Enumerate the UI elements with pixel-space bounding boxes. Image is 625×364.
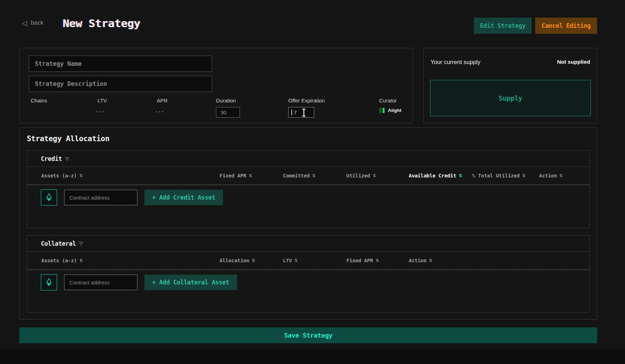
column-header-fixed-apr[interactable]: Fixed APR⇅ (346, 258, 409, 263)
credit-contract-address-input[interactable] (64, 190, 137, 205)
credit-add-asset-row: + Add Credit Asset (27, 185, 589, 206)
eth-token-selector[interactable] (41, 274, 57, 290)
apr-label: APR (155, 98, 168, 103)
strategy-name-input[interactable] (29, 56, 212, 72)
collateral-section-header[interactable]: Collateral ▽ (27, 236, 589, 252)
column-header-committed[interactable]: Committed⇅ (283, 173, 346, 178)
column-header-assets[interactable]: Assets (a-z)⇅ (41, 258, 219, 263)
sort-icon: ⇅ (294, 258, 298, 263)
collateral-header-label: Collateral (41, 240, 76, 247)
collateral-contract-address-input[interactable] (64, 275, 137, 290)
curator-label: Curator (379, 98, 401, 103)
sort-icon: ⇅ (252, 258, 255, 263)
sort-icon: ⇅ (522, 173, 526, 178)
eth-token-selector[interactable] (41, 189, 57, 206)
column-header-fixed-apr[interactable]: Fixed APR⇅ (219, 173, 283, 178)
strategy-description-input[interactable] (29, 76, 212, 92)
apr-value: --- (155, 108, 168, 115)
collapse-triangle-icon: ▽ (66, 156, 69, 161)
offer-expiration-field: Offer Expiration (288, 98, 325, 118)
allocation-title: Strategy Allocation (27, 134, 110, 143)
cancel-editing-button[interactable]: Cancel Editing (535, 18, 597, 34)
strategy-allocation-panel: Strategy Allocation Credit ▽ Assets (a-z… (19, 127, 597, 320)
column-header-available-credit[interactable]: Available Credit⇅ (409, 173, 472, 178)
sort-icon-active: ⇅ (459, 173, 462, 178)
i-beam-cursor-icon (301, 108, 307, 117)
curator-name: Aiight (388, 108, 401, 113)
supply-panel-title: Your current supply (431, 59, 481, 65)
supply-status-badge: Not supplied (557, 59, 590, 65)
add-collateral-asset-button[interactable]: + Add Collateral Asset (144, 275, 237, 290)
sort-icon: ⇅ (79, 258, 83, 263)
ltv-label: LTV (95, 98, 107, 103)
save-strategy-button[interactable]: Save Strategy (19, 327, 597, 343)
column-header-action[interactable]: Action⇅ (409, 258, 589, 263)
sort-icon: ⇅ (79, 173, 83, 178)
text-caret (291, 109, 292, 115)
new-strategy-page: ◁ back New Strategy Edit Strategy Cancel… (0, 0, 625, 364)
duration-label: Duration (216, 98, 240, 103)
ethereum-icon (44, 278, 54, 287)
collateral-add-asset-row: + Add Collateral Asset (27, 270, 589, 290)
back-label: back (31, 19, 43, 26)
sort-icon: ⇅ (249, 173, 252, 178)
back-arrow-icon: ◁ (22, 19, 27, 26)
bottom-strip (0, 350, 625, 364)
curator-logo-icon (379, 107, 385, 113)
credit-header-label: Credit (41, 155, 62, 162)
back-button[interactable]: ◁ back (22, 19, 43, 26)
sort-icon: ⇅ (429, 258, 433, 263)
duration-input[interactable] (216, 107, 240, 118)
sort-icon: ⇅ (312, 173, 316, 178)
sort-icon: ⇅ (376, 258, 379, 263)
column-header-ltv[interactable]: LTV⇅ (283, 258, 346, 263)
duration-field: Duration (216, 98, 240, 118)
column-header-assets[interactable]: Assets (a-z)⇅ (41, 173, 219, 178)
column-header-total-utilized[interactable]: % Total Utilized⇅ (472, 173, 539, 178)
ltv-value: --- (95, 108, 107, 115)
page-title: New Strategy (63, 17, 140, 30)
sort-icon: ⇅ (559, 173, 563, 178)
add-credit-asset-button[interactable]: + Add Credit Asset (144, 190, 223, 205)
strategy-form-panel: Chains LTV --- APR --- Duration Offer Ex… (19, 48, 413, 123)
credit-column-headers: Assets (a-z)⇅ Fixed APR⇅ Committed⇅ Util… (27, 167, 589, 185)
collateral-column-headers: Assets (a-z)⇅ Allocation⇅ LTV⇅ Fixed APR… (27, 252, 589, 270)
credit-section-header[interactable]: Credit ▽ (27, 151, 589, 167)
ethereum-icon (44, 193, 54, 202)
collateral-section: Collateral ▽ Assets (a-z)⇅ Allocation⇅ L… (27, 235, 590, 313)
column-header-utilized[interactable]: Utilized⇅ (346, 173, 409, 178)
edit-strategy-button[interactable]: Edit Strategy (474, 18, 532, 34)
chains-field: Chains (31, 98, 47, 103)
column-header-action[interactable]: Action⇅ (539, 173, 589, 178)
column-header-allocation[interactable]: Allocation⇅ (219, 258, 283, 263)
apr-field: APR --- (155, 98, 168, 115)
credit-section: Credit ▽ Assets (a-z)⇅ Fixed APR⇅ Commit… (27, 150, 590, 228)
curator-field: Curator Aiight (379, 98, 401, 113)
chains-label: Chains (31, 98, 47, 103)
current-supply-panel: Your current supply Not supplied Supply (423, 48, 597, 123)
sort-icon: ⇅ (372, 173, 376, 178)
supply-button[interactable]: Supply (430, 80, 591, 116)
offer-expiration-label: Offer Expiration (288, 98, 325, 103)
ltv-field: LTV --- (95, 98, 107, 115)
collapse-triangle-icon: ▽ (79, 241, 83, 246)
